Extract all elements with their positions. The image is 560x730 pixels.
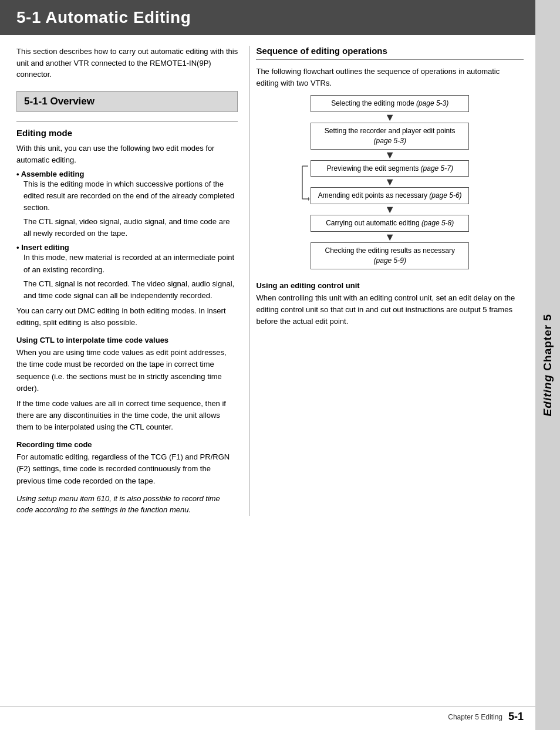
flow-box-6: Checking the editing results as necessar… bbox=[311, 242, 469, 269]
editing-mode-intro: With this unit, you can use the followin… bbox=[16, 143, 238, 166]
italic-note: Using setup menu item 610, it is also po… bbox=[16, 493, 238, 516]
page-title: 5-1 Automatic Editing bbox=[0, 0, 535, 35]
control-unit-heading: Using an editing control unit bbox=[256, 281, 524, 290]
recording-section: Recording time code For automatic editin… bbox=[16, 440, 238, 486]
ctl-para-1: When you are using time code values as e… bbox=[16, 347, 238, 394]
overview-title: 5-1-1 Overview bbox=[24, 96, 95, 107]
footer: Chapter 5 Editing 5-1 bbox=[0, 707, 535, 723]
footer-chapter-text: Chapter 5 Editing bbox=[448, 713, 502, 721]
flow-arrow-5: ▼ bbox=[386, 232, 394, 242]
flow-box-4: Amending edit points as necessary (page … bbox=[311, 187, 469, 204]
footer-page-number: 5-1 bbox=[508, 711, 524, 723]
ctl-para-2: If the time code values are all in corre… bbox=[16, 398, 238, 433]
insert-editing-bullet: • Insert editing In this mode, new mater… bbox=[16, 243, 238, 302]
ctl-section: Using CTL to interpolate time code value… bbox=[16, 336, 238, 433]
two-column-layout: This section describes how to carry out … bbox=[0, 35, 535, 516]
dmc-text: You can carry out DMC editing in both ed… bbox=[16, 305, 238, 329]
flowchart: Selecting the editing mode (page 5-3) ▼ … bbox=[256, 95, 524, 269]
insert-para-2: The CTL signal is not recorded. The vide… bbox=[16, 278, 238, 302]
flow-box-2: Setting the recorder and player edit poi… bbox=[311, 123, 469, 150]
chapter-label: Chapter 5 bbox=[541, 314, 554, 371]
right-column: Sequence of editing operations The follo… bbox=[249, 46, 524, 516]
assemble-para-2: The CTL signal, video signal, audio sign… bbox=[16, 216, 238, 239]
flow-box-3: Previewing the edit segments (page 5-7) bbox=[311, 160, 469, 177]
left-column: This section describes how to carry out … bbox=[16, 46, 249, 516]
looped-section: Previewing the edit segments (page 5-7) … bbox=[311, 160, 469, 205]
insert-label: • Insert editing bbox=[16, 243, 69, 252]
flow-box-1: Selecting the editing mode (page 5-3) bbox=[311, 95, 469, 112]
control-unit-section: Using an editing control unit When contr… bbox=[256, 281, 524, 327]
flow-arrow-1: ▼ bbox=[386, 112, 394, 123]
recording-text: For automatic editing, regardless of the… bbox=[16, 451, 238, 486]
recording-heading: Recording time code bbox=[16, 440, 238, 449]
flow-arrow-3: ▼ bbox=[386, 177, 394, 187]
sequence-heading: Sequence of editing operations bbox=[256, 46, 524, 60]
assemble-label: • Assemble editing bbox=[16, 170, 84, 178]
editing-mode-heading: Editing mode bbox=[16, 128, 238, 138]
insert-para-1: In this mode, new material is recorded a… bbox=[16, 252, 238, 275]
flow-arrow-2: ▼ bbox=[386, 150, 394, 160]
divider-1 bbox=[16, 121, 238, 122]
sequence-intro: The following flowchart outlines the seq… bbox=[256, 66, 524, 89]
editing-label: Editing bbox=[541, 374, 554, 416]
overview-section-box: 5-1-1 Overview bbox=[16, 91, 238, 112]
content-area: 5-1 Automatic Editing This section descr… bbox=[0, 0, 535, 516]
ctl-heading: Using CTL to interpolate time code value… bbox=[16, 336, 238, 344]
assemble-para-1: This is the editing mode in which succes… bbox=[16, 178, 238, 214]
svg-marker-3 bbox=[308, 197, 309, 201]
loop-bracket-svg bbox=[300, 160, 309, 205]
flow-box-5: Carrying out automatic editing (page 5-8… bbox=[311, 215, 469, 232]
assemble-editing-bullet: • Assemble editing This is the editing m… bbox=[16, 170, 238, 240]
editing-mode-section: Editing mode With this unit, you can use… bbox=[16, 128, 238, 329]
side-tab: Chapter 5 Editing bbox=[535, 0, 560, 730]
control-unit-text: When controlling this unit with an editi… bbox=[256, 292, 524, 327]
intro-text: This section describes how to carry out … bbox=[16, 46, 238, 80]
flow-arrow-4: ▼ bbox=[386, 204, 394, 215]
